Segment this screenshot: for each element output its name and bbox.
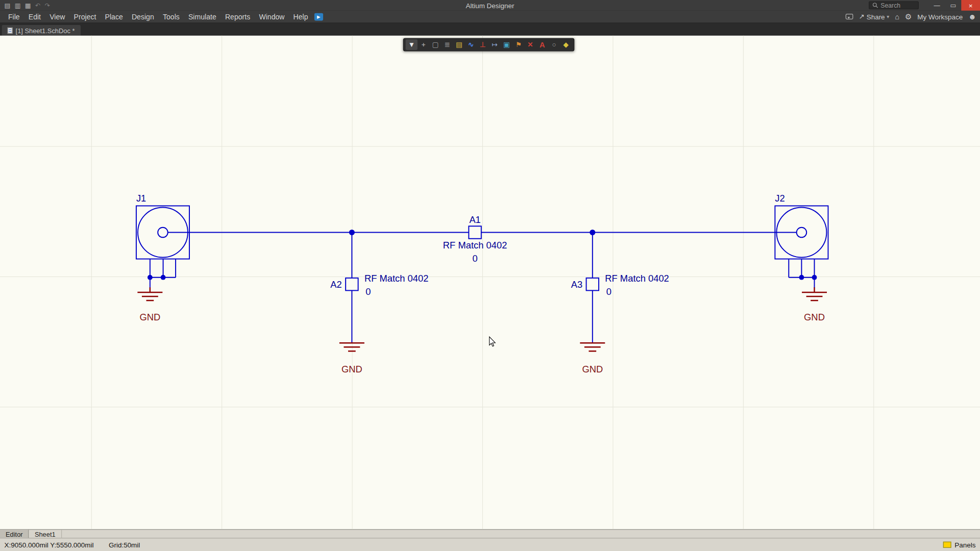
menu-edit[interactable]: Edit: [24, 12, 45, 22]
restore-button[interactable]: ▭: [945, 0, 961, 11]
schdoc-icon: [8, 27, 13, 33]
menu-simulate[interactable]: Simulate: [184, 12, 220, 22]
component-j1[interactable]: [136, 206, 189, 288]
menu-reports[interactable]: Reports: [220, 12, 254, 22]
designator-a1[interactable]: A1: [469, 214, 480, 225]
app-window: ▤ ▥ ▦ ↶ ↷ Altium Designer Search — ▭ × F…: [0, 0, 980, 551]
menu-place[interactable]: Place: [101, 12, 127, 22]
power-port-gnd-a3[interactable]: [580, 343, 605, 351]
workspace-button[interactable]: My Workspace: [917, 13, 963, 20]
menu-design[interactable]: Design: [127, 12, 158, 22]
menu-window[interactable]: Window: [255, 12, 289, 22]
panels-label: Panels: [954, 541, 975, 548]
user-icon[interactable]: ☻: [968, 12, 976, 21]
component-a3[interactable]: [586, 233, 599, 343]
designator-j2[interactable]: J2: [775, 193, 785, 204]
menubar: File Edit View Project Place Design Tool…: [0, 11, 980, 23]
designator-a3[interactable]: A3: [571, 279, 582, 290]
power-port-gnd-j2[interactable]: [802, 287, 827, 300]
chevron-down-icon: ▾: [887, 14, 889, 19]
designator-j1[interactable]: J1: [136, 193, 146, 204]
gnd-label-a3[interactable]: GND: [582, 364, 603, 374]
comment-a3[interactable]: RF Match 0402: [605, 273, 669, 284]
search-input[interactable]: Search: [869, 1, 919, 9]
designator-a2[interactable]: A2: [330, 279, 341, 290]
comment-a2[interactable]: RF Match 0402: [364, 273, 429, 284]
value-a1[interactable]: 0: [473, 253, 478, 264]
open-document-icon[interactable]: ▥: [15, 2, 21, 9]
search-icon: [872, 3, 878, 8]
value-a3[interactable]: 0: [606, 286, 611, 297]
share-icon: ↗: [859, 12, 865, 20]
power-port-gnd-a2[interactable]: [339, 343, 364, 351]
home-icon[interactable]: ⌂: [895, 12, 899, 21]
share-label: Share: [867, 13, 885, 20]
tab-sheet1-schdoc[interactable]: [1] Sheet1.SchDoc *: [2, 25, 81, 36]
gnd-label-j1[interactable]: GND: [139, 312, 160, 322]
menu-help[interactable]: Help: [289, 12, 312, 22]
menu-view[interactable]: View: [45, 12, 69, 22]
gnd-label-j2[interactable]: GND: [804, 312, 825, 322]
search-placeholder: Search: [880, 2, 900, 9]
value-a2[interactable]: 0: [365, 286, 371, 297]
tab-editor[interactable]: Editor: [0, 530, 29, 538]
new-document-icon[interactable]: ▤: [5, 2, 11, 9]
quick-access-toolbar: ▤ ▥ ▦ ↶ ↷: [0, 2, 50, 9]
panels-icon: [943, 542, 951, 548]
minimize-button[interactable]: —: [929, 0, 945, 11]
tutorial-video-icon[interactable]: ▶: [314, 13, 323, 20]
power-port-gnd-j1[interactable]: [137, 287, 162, 300]
cursor-coordinates: X:9050.000mil Y:5550.000mil: [5, 541, 94, 548]
gear-icon[interactable]: ⚙: [905, 12, 912, 21]
save-icon[interactable]: ▦: [25, 2, 31, 9]
comments-icon[interactable]: [846, 14, 853, 19]
document-tab-label: [1] Sheet1.SchDoc *: [16, 27, 75, 34]
component-j2[interactable]: [775, 206, 828, 288]
tab-sheet1[interactable]: Sheet1: [29, 530, 62, 538]
share-button[interactable]: ↗ Share ▾: [859, 12, 890, 20]
comment-a1[interactable]: RF Match 0402: [443, 240, 507, 251]
mouse-cursor: [489, 337, 496, 346]
close-button[interactable]: ×: [961, 0, 980, 11]
window-title: Altium Designer: [0, 2, 980, 9]
menu-project[interactable]: Project: [69, 12, 101, 22]
component-a1[interactable]: [469, 226, 481, 238]
undo-icon[interactable]: ↶: [35, 2, 40, 9]
redo-icon[interactable]: ↷: [45, 2, 50, 9]
component-a2[interactable]: [346, 233, 358, 343]
panels-button[interactable]: Panels: [943, 541, 975, 548]
document-tabbar: [1] Sheet1.SchDoc *: [0, 23, 980, 35]
editor-tabbar: Editor Sheet1: [0, 529, 980, 538]
schematic-sheet[interactable]: J1 GND A1 RF Match 0402 0 A2 RF: [0, 36, 980, 529]
schematic-canvas[interactable]: ▼ + ▢ ≣ ▤ ∿ ⊥ ↦ ▣ ⚑ ✕ A ○ ◆: [0, 36, 980, 529]
titlebar: ▤ ▥ ▦ ↶ ↷ Altium Designer Search — ▭ ×: [0, 0, 980, 11]
grid-setting: Grid:50mil: [109, 541, 140, 548]
menu-file[interactable]: File: [4, 12, 24, 22]
gnd-label-a2[interactable]: GND: [341, 364, 362, 374]
statusbar: X:9050.000mil Y:5550.000mil Grid:50mil P…: [0, 538, 980, 551]
menu-tools[interactable]: Tools: [158, 12, 184, 22]
